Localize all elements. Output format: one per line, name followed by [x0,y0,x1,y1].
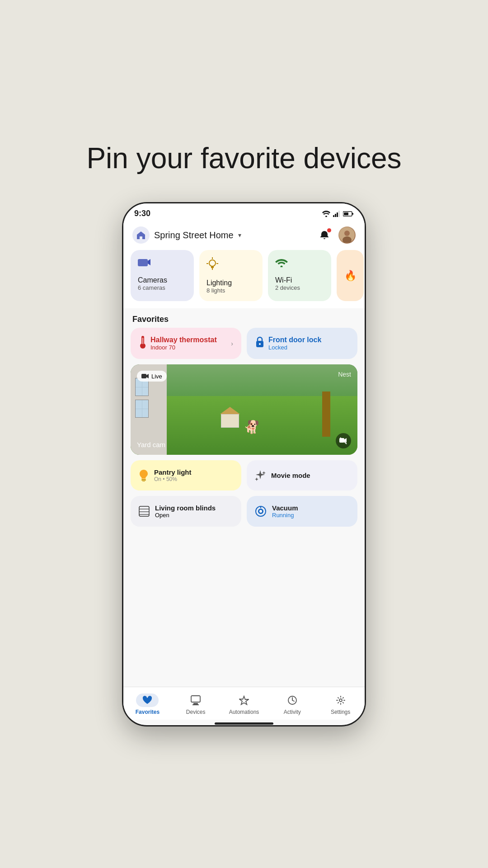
home-selector[interactable]: Spring Street Home ▾ [132,226,241,244]
nav-settings[interactable]: Settings [316,692,365,717]
svg-rect-11 [138,259,148,266]
page-wrapper: Pin your favorite devices 9:30 [0,0,488,868]
vacuum-sub: Running [272,512,298,519]
app-header: Spring Street Home ▾ [123,222,365,250]
user-avatar[interactable] [338,226,356,244]
cameras-sub: 6 cameras [138,284,187,291]
action-vacuum[interactable]: Vacuum Running [247,496,357,527]
lock-title: Front door lock [268,336,321,344]
bottom-nav: Favorites Devices [123,687,365,720]
svg-point-17 [209,260,216,266]
svg-rect-4 [338,211,340,217]
lock-icon-row: Front door lock Locked [255,336,349,351]
quick-actions-row: Pantry light On • 50% Movie mode [123,460,365,496]
blinds-title: Living room blinds [155,504,216,512]
vacuum-icon [255,505,267,517]
nav-automations-icon-wrap [233,693,255,707]
svg-rect-40 [191,696,200,702]
chevron-down-icon: ▾ [238,231,241,239]
svg-point-0 [325,216,327,217]
doghouse-roof [220,407,240,414]
svg-rect-31 [142,481,145,481]
phone-frame: 9:30 [122,202,366,726]
vacuum-text: Vacuum Running [272,504,298,519]
movie-title: Movie mode [271,472,310,479]
nav-settings-icon-wrap [329,693,352,707]
action-movie[interactable]: Movie mode [247,460,357,491]
action-pantry[interactable]: Pantry light On • 50% [131,460,241,491]
nav-automations-label: Automations [229,709,259,715]
svg-point-38 [259,510,262,513]
action-blinds[interactable]: Living room blinds Open [131,496,241,527]
camera-feed[interactable]: 🐕 Live Nest Yard cam [131,364,357,455]
pantry-sub: On • 50% [154,476,192,482]
nav-favorites-label: Favorites [136,709,160,715]
lighting-sub: 8 lights [206,287,255,294]
nav-automations[interactable]: Automations [220,692,268,717]
movie-text: Movie mode [271,472,310,479]
nav-settings-label: Settings [331,709,350,715]
lock-text: Front door lock Locked [268,336,321,351]
svg-rect-2 [335,214,336,217]
category-cameras[interactable]: Cameras 6 cameras [131,250,194,301]
no-record-button[interactable] [336,433,351,448]
home-icon [132,226,150,244]
svg-marker-12 [148,259,150,265]
svg-rect-22 [142,338,144,344]
nest-badge: Nest [338,371,351,378]
nav-devices-icon-wrap [184,693,207,707]
lock-icon [255,336,265,348]
status-time: 9:30 [134,209,150,218]
blinds-sub: Open [155,512,216,519]
category-partial[interactable]: 🔥 [337,250,364,301]
nav-devices-label: Devices [186,709,206,715]
blinds-text: Living room blinds Open [155,504,216,519]
notification-dot [327,228,331,232]
vacuum-title: Vacuum [272,504,298,512]
wifi-sub: 2 devices [275,284,324,291]
bulb-icon [139,470,149,481]
pantry-title: Pantry light [154,468,192,476]
nav-activity[interactable]: Activity [268,692,316,717]
wifi-name: Wi-Fi [275,276,324,284]
svg-rect-25 [141,374,146,378]
header-actions [316,226,356,244]
camera-name: Yard cam [137,441,165,448]
categories-row: Cameras 6 cameras Lighting [123,250,365,308]
avatar-image [339,227,355,243]
live-label: Live [151,373,162,380]
status-bar: 9:30 [123,203,365,222]
thermostat-title: Hallway thermostat [150,336,217,344]
house-windows [135,378,149,418]
thermostat-header: Hallway thermostat Indoor 70 › [139,336,233,351]
doghouse [221,407,240,428]
tree-trunk [322,392,330,437]
house-window-2 [135,400,149,418]
nav-devices[interactable]: Devices [172,692,220,717]
favorites-row: Hallway thermostat Indoor 70 › [123,328,365,364]
camera-small-icon [141,373,149,380]
lighting-name: Lighting [206,279,255,287]
category-wifi[interactable]: Wi-Fi 2 devices [268,250,331,301]
dog: 🐕 [244,420,259,434]
svg-line-45 [292,700,294,701]
nav-activity-label: Activity [284,709,301,715]
thermostat-icon-row: Hallway thermostat Indoor 70 [139,336,217,351]
wifi-cat-icon [275,257,288,267]
thermostat-sub: Indoor 70 [150,344,217,351]
svg-rect-18 [211,266,214,268]
favorites-label: Favorites [123,308,365,328]
camera-icon [138,257,150,267]
svg-point-46 [339,699,342,702]
fav-lock[interactable]: Front door lock Locked [247,328,357,359]
nav-activity-icon-wrap [281,693,304,707]
automations-icon [239,695,249,705]
tree [322,392,330,437]
status-icons [322,211,354,217]
notification-button[interactable] [316,226,333,244]
no-record-icon [339,437,347,445]
nav-favorites[interactable]: Favorites [123,692,172,717]
category-lighting[interactable]: Lighting 8 lights [199,250,263,301]
fav-thermostat[interactable]: Hallway thermostat Indoor 70 › [131,328,241,359]
signal-icon [333,211,340,217]
